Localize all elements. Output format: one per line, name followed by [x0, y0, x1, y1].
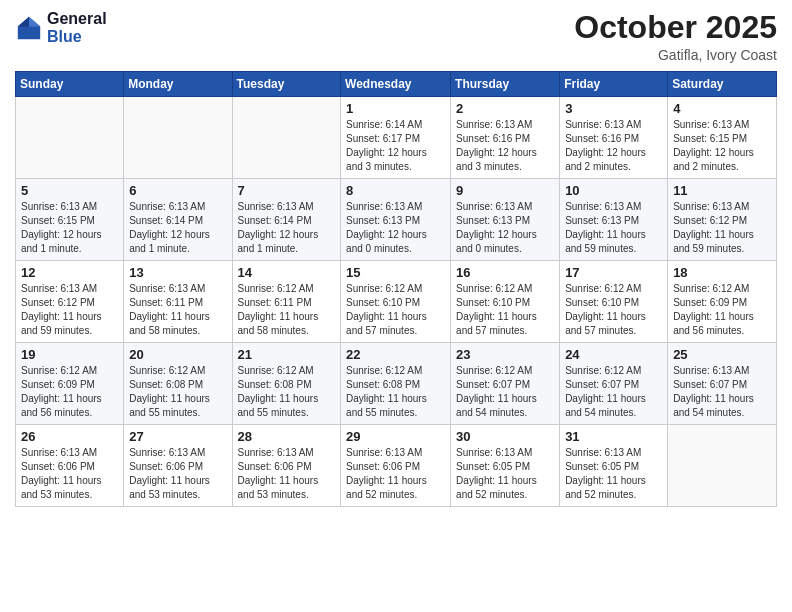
day-info: Sunrise: 6:13 AMSunset: 6:16 PMDaylight:… [565, 118, 662, 174]
day-number: 1 [346, 101, 445, 116]
calendar-cell [16, 97, 124, 179]
calendar-cell: 15Sunrise: 6:12 AMSunset: 6:10 PMDayligh… [341, 261, 451, 343]
calendar-cell: 12Sunrise: 6:13 AMSunset: 6:12 PMDayligh… [16, 261, 124, 343]
svg-marker-1 [29, 17, 40, 27]
day-number: 7 [238, 183, 336, 198]
col-thursday: Thursday [451, 72, 560, 97]
calendar-cell: 2Sunrise: 6:13 AMSunset: 6:16 PMDaylight… [451, 97, 560, 179]
day-info: Sunrise: 6:12 AMSunset: 6:08 PMDaylight:… [129, 364, 226, 420]
col-tuesday: Tuesday [232, 72, 341, 97]
day-info: Sunrise: 6:13 AMSunset: 6:05 PMDaylight:… [565, 446, 662, 502]
day-number: 24 [565, 347, 662, 362]
calendar-cell: 1Sunrise: 6:14 AMSunset: 6:17 PMDaylight… [341, 97, 451, 179]
day-info: Sunrise: 6:12 AMSunset: 6:09 PMDaylight:… [673, 282, 771, 338]
day-number: 5 [21, 183, 118, 198]
col-monday: Monday [124, 72, 232, 97]
day-number: 2 [456, 101, 554, 116]
calendar-cell [124, 97, 232, 179]
calendar-cell: 19Sunrise: 6:12 AMSunset: 6:09 PMDayligh… [16, 343, 124, 425]
day-number: 20 [129, 347, 226, 362]
logo-general: General [47, 10, 107, 27]
day-number: 17 [565, 265, 662, 280]
title-block: October 2025 Gatifla, Ivory Coast [574, 10, 777, 63]
calendar-cell: 26Sunrise: 6:13 AMSunset: 6:06 PMDayligh… [16, 425, 124, 507]
calendar-week-2: 5Sunrise: 6:13 AMSunset: 6:15 PMDaylight… [16, 179, 777, 261]
calendar-cell: 29Sunrise: 6:13 AMSunset: 6:06 PMDayligh… [341, 425, 451, 507]
header: General Blue October 2025 Gatifla, Ivory… [15, 10, 777, 63]
calendar-cell: 24Sunrise: 6:12 AMSunset: 6:07 PMDayligh… [560, 343, 668, 425]
calendar-week-1: 1Sunrise: 6:14 AMSunset: 6:17 PMDaylight… [16, 97, 777, 179]
day-info: Sunrise: 6:12 AMSunset: 6:10 PMDaylight:… [565, 282, 662, 338]
col-sunday: Sunday [16, 72, 124, 97]
calendar-cell: 25Sunrise: 6:13 AMSunset: 6:07 PMDayligh… [668, 343, 777, 425]
col-friday: Friday [560, 72, 668, 97]
day-info: Sunrise: 6:13 AMSunset: 6:06 PMDaylight:… [129, 446, 226, 502]
month-title: October 2025 [574, 10, 777, 45]
calendar-cell: 28Sunrise: 6:13 AMSunset: 6:06 PMDayligh… [232, 425, 341, 507]
calendar-cell: 10Sunrise: 6:13 AMSunset: 6:13 PMDayligh… [560, 179, 668, 261]
day-number: 23 [456, 347, 554, 362]
calendar-cell: 18Sunrise: 6:12 AMSunset: 6:09 PMDayligh… [668, 261, 777, 343]
calendar-cell: 31Sunrise: 6:13 AMSunset: 6:05 PMDayligh… [560, 425, 668, 507]
calendar-cell: 22Sunrise: 6:12 AMSunset: 6:08 PMDayligh… [341, 343, 451, 425]
page: General Blue October 2025 Gatifla, Ivory… [0, 0, 792, 612]
day-info: Sunrise: 6:13 AMSunset: 6:12 PMDaylight:… [21, 282, 118, 338]
calendar-week-4: 19Sunrise: 6:12 AMSunset: 6:09 PMDayligh… [16, 343, 777, 425]
col-wednesday: Wednesday [341, 72, 451, 97]
calendar-cell: 27Sunrise: 6:13 AMSunset: 6:06 PMDayligh… [124, 425, 232, 507]
calendar-cell: 23Sunrise: 6:12 AMSunset: 6:07 PMDayligh… [451, 343, 560, 425]
day-number: 11 [673, 183, 771, 198]
calendar-cell: 11Sunrise: 6:13 AMSunset: 6:12 PMDayligh… [668, 179, 777, 261]
calendar-cell: 13Sunrise: 6:13 AMSunset: 6:11 PMDayligh… [124, 261, 232, 343]
day-info: Sunrise: 6:12 AMSunset: 6:10 PMDaylight:… [346, 282, 445, 338]
location-subtitle: Gatifla, Ivory Coast [574, 47, 777, 63]
day-info: Sunrise: 6:13 AMSunset: 6:15 PMDaylight:… [673, 118, 771, 174]
calendar-cell: 7Sunrise: 6:13 AMSunset: 6:14 PMDaylight… [232, 179, 341, 261]
day-info: Sunrise: 6:12 AMSunset: 6:09 PMDaylight:… [21, 364, 118, 420]
day-info: Sunrise: 6:12 AMSunset: 6:11 PMDaylight:… [238, 282, 336, 338]
day-number: 14 [238, 265, 336, 280]
day-number: 30 [456, 429, 554, 444]
calendar-cell: 14Sunrise: 6:12 AMSunset: 6:11 PMDayligh… [232, 261, 341, 343]
day-number: 22 [346, 347, 445, 362]
calendar-cell: 17Sunrise: 6:12 AMSunset: 6:10 PMDayligh… [560, 261, 668, 343]
day-number: 16 [456, 265, 554, 280]
day-number: 8 [346, 183, 445, 198]
day-number: 27 [129, 429, 226, 444]
day-info: Sunrise: 6:13 AMSunset: 6:14 PMDaylight:… [129, 200, 226, 256]
day-number: 25 [673, 347, 771, 362]
day-number: 26 [21, 429, 118, 444]
day-number: 4 [673, 101, 771, 116]
day-number: 6 [129, 183, 226, 198]
logo-text-block: General Blue [47, 10, 107, 47]
calendar-cell: 5Sunrise: 6:13 AMSunset: 6:15 PMDaylight… [16, 179, 124, 261]
day-info: Sunrise: 6:12 AMSunset: 6:08 PMDaylight:… [346, 364, 445, 420]
day-info: Sunrise: 6:13 AMSunset: 6:07 PMDaylight:… [673, 364, 771, 420]
day-info: Sunrise: 6:13 AMSunset: 6:05 PMDaylight:… [456, 446, 554, 502]
day-number: 15 [346, 265, 445, 280]
day-info: Sunrise: 6:13 AMSunset: 6:06 PMDaylight:… [346, 446, 445, 502]
calendar-cell [668, 425, 777, 507]
day-info: Sunrise: 6:13 AMSunset: 6:16 PMDaylight:… [456, 118, 554, 174]
calendar: Sunday Monday Tuesday Wednesday Thursday… [15, 71, 777, 507]
day-number: 3 [565, 101, 662, 116]
day-number: 21 [238, 347, 336, 362]
calendar-cell: 3Sunrise: 6:13 AMSunset: 6:16 PMDaylight… [560, 97, 668, 179]
svg-marker-2 [18, 17, 29, 27]
calendar-cell: 8Sunrise: 6:13 AMSunset: 6:13 PMDaylight… [341, 179, 451, 261]
day-number: 12 [21, 265, 118, 280]
day-number: 29 [346, 429, 445, 444]
day-info: Sunrise: 6:12 AMSunset: 6:10 PMDaylight:… [456, 282, 554, 338]
calendar-cell: 6Sunrise: 6:13 AMSunset: 6:14 PMDaylight… [124, 179, 232, 261]
calendar-cell: 21Sunrise: 6:12 AMSunset: 6:08 PMDayligh… [232, 343, 341, 425]
calendar-week-5: 26Sunrise: 6:13 AMSunset: 6:06 PMDayligh… [16, 425, 777, 507]
logo-icon [15, 14, 43, 42]
day-number: 9 [456, 183, 554, 198]
day-info: Sunrise: 6:13 AMSunset: 6:13 PMDaylight:… [565, 200, 662, 256]
day-info: Sunrise: 6:13 AMSunset: 6:12 PMDaylight:… [673, 200, 771, 256]
day-info: Sunrise: 6:13 AMSunset: 6:06 PMDaylight:… [238, 446, 336, 502]
day-number: 13 [129, 265, 226, 280]
day-number: 18 [673, 265, 771, 280]
day-info: Sunrise: 6:13 AMSunset: 6:14 PMDaylight:… [238, 200, 336, 256]
day-info: Sunrise: 6:13 AMSunset: 6:06 PMDaylight:… [21, 446, 118, 502]
